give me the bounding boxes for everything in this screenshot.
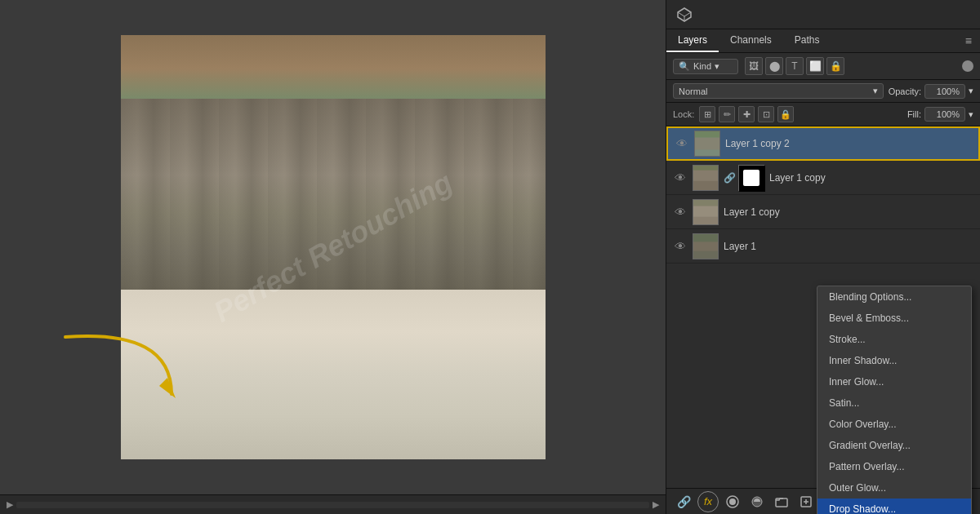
- svg-rect-9: [693, 170, 718, 180]
- layer-effects-button[interactable]: fx: [697, 491, 719, 512]
- tab-layers[interactable]: Layers: [666, 29, 719, 52]
- visibility-icon-layer1[interactable]: 👁: [673, 239, 688, 254]
- svg-line-3: [684, 12, 691, 16]
- menu-item-bevel-emboss[interactable]: Bevel & Emboss...: [817, 308, 971, 329]
- layer-thumbnail-layer1copy-plain: [693, 199, 719, 225]
- blend-chevron-icon: ▾: [873, 86, 878, 96]
- panel-menu-button[interactable]: ≡: [957, 29, 980, 52]
- kind-filter-dropdown[interactable]: 🔍 Kind ▾: [673, 59, 738, 74]
- layers-tabs: Layers Channels Paths ≡: [666, 29, 980, 53]
- arrow-svg: [41, 321, 188, 419]
- menu-item-stroke[interactable]: Stroke...: [817, 329, 971, 350]
- svg-point-20: [729, 498, 736, 505]
- chain-icon-layer1copy-masked: 🔗: [724, 172, 733, 184]
- context-menu: Blending Options... Bevel & Emboss... St…: [817, 286, 972, 514]
- canvas-area: Perfect Retouching ▶ ▶: [0, 0, 666, 514]
- lock-transparency-btn[interactable]: ⊞: [699, 106, 715, 122]
- layer-item-layer1copy-plain[interactable]: 👁 Layer 1 copy: [666, 195, 980, 229]
- right-panel: Layers Channels Paths ≡ 🔍 Kind ▾ 🖼 ⬤ T ⬜…: [666, 0, 980, 514]
- visibility-icon-layer1copy-plain[interactable]: 👁: [673, 205, 688, 219]
- stone-wall: [121, 99, 546, 290]
- svg-line-2: [678, 12, 684, 16]
- opacity-chevron-icon: ▾: [969, 86, 973, 96]
- filter-toggle[interactable]: [962, 60, 973, 72]
- filter-smart-icon[interactable]: 🔒: [826, 57, 844, 75]
- layer-name-layer1: Layer 1: [724, 241, 973, 252]
- new-group-button[interactable]: [771, 491, 792, 512]
- filter-row: 🔍 Kind ▾ 🖼 ⬤ T ⬜ 🔒: [666, 53, 980, 80]
- svg-rect-14: [693, 206, 718, 216]
- layer-item-layer1copy-masked[interactable]: 👁 🔗 Layer 1 copy: [666, 161, 980, 195]
- menu-item-satin[interactable]: Satin...: [817, 392, 971, 414]
- horizontal-scrollbar[interactable]: [16, 502, 649, 508]
- chevron-down-icon: ▾: [715, 61, 719, 72]
- menu-item-pattern-overlay[interactable]: Pattern Overlay...: [817, 456, 971, 477]
- svg-rect-12: [746, 172, 759, 185]
- svg-rect-7: [695, 131, 719, 138]
- layer-name-layer1copy-masked: Layer 1 copy: [769, 172, 973, 184]
- new-fill-layer-button[interactable]: [746, 491, 768, 512]
- layer-thumbnail-layer1copy-masked: [693, 165, 719, 191]
- menu-item-blending-options[interactable]: Blending Options...: [817, 286, 971, 308]
- filter-pixel-icon[interactable]: 🖼: [745, 57, 763, 75]
- panel-3d-icon[interactable]: [673, 3, 696, 26]
- fill-chevron-icon: ▾: [969, 109, 973, 120]
- svg-rect-10: [693, 166, 718, 171]
- blend-row: Normal ▾ Opacity: 100% ▾: [666, 80, 980, 103]
- visibility-icon-layer1copy2[interactable]: 👁: [675, 136, 689, 151]
- filter-text-icon[interactable]: T: [786, 57, 804, 75]
- filter-shape-icon[interactable]: ⬜: [806, 57, 824, 75]
- menu-item-outer-glow[interactable]: Outer Glow...: [817, 477, 971, 498]
- svg-rect-15: [693, 200, 718, 206]
- mask-thumbnail-layer1copy-masked: [738, 165, 764, 191]
- layer-item-layer1copy2[interactable]: 👁 Layer 1 copy 2: [666, 126, 980, 161]
- arrow-annotation: [41, 321, 188, 421]
- menu-item-gradient-overlay[interactable]: Gradient Overlay...: [817, 435, 971, 456]
- svg-rect-18: [693, 234, 718, 241]
- opacity-control: Opacity: 100% ▾: [889, 84, 973, 99]
- canvas-end: ▶: [653, 499, 659, 510]
- link-layers-button[interactable]: 🔗: [673, 491, 694, 512]
- lock-icons-group: ⊞ ✏ ✚ ⊡ 🔒: [699, 106, 794, 122]
- layer-thumbnail-layer1copy2: [694, 131, 720, 157]
- lock-move-btn[interactable]: ✚: [738, 106, 755, 122]
- menu-item-inner-shadow[interactable]: Inner Shadow...: [817, 350, 971, 371]
- menu-item-drop-shadow[interactable]: Drop Shadow...: [817, 498, 971, 514]
- lock-artboard-btn[interactable]: ⊡: [758, 106, 774, 122]
- svg-rect-17: [693, 241, 718, 250]
- layer-item-layer1[interactable]: 👁 Layer 1: [666, 229, 980, 264]
- visibility-icon-layer1copy-masked[interactable]: 👁: [673, 171, 688, 185]
- tab-channels[interactable]: Channels: [719, 29, 783, 52]
- panel-top: [666, 0, 980, 29]
- svg-rect-11: [739, 166, 765, 192]
- menu-item-inner-glow[interactable]: Inner Glow...: [817, 371, 971, 392]
- search-icon: 🔍: [679, 61, 690, 72]
- canvas-info: ▶: [7, 499, 13, 510]
- svg-marker-0: [159, 378, 176, 398]
- canvas-bottom-bar: ▶ ▶: [0, 494, 666, 514]
- lock-all-btn[interactable]: 🔒: [777, 106, 794, 122]
- fill-input[interactable]: 100%: [924, 107, 965, 122]
- lock-paint-btn[interactable]: ✏: [719, 106, 735, 122]
- new-layer-button[interactable]: [795, 491, 817, 512]
- layer-name-layer1copy2: Layer 1 copy 2: [725, 138, 972, 149]
- menu-item-color-overlay[interactable]: Color Overlay...: [817, 414, 971, 435]
- filter-icons-group: 🖼 ⬤ T ⬜ 🔒: [745, 57, 844, 75]
- add-mask-button[interactable]: [722, 491, 743, 512]
- lock-row: Lock: ⊞ ✏ ✚ ⊡ 🔒 Fill: 100% ▾: [666, 103, 980, 126]
- blend-mode-dropdown[interactable]: Normal ▾: [673, 83, 884, 99]
- layer-name-layer1copy-plain: Layer 1 copy: [724, 206, 973, 218]
- fill-control: Fill: 100% ▾: [907, 107, 973, 122]
- canvas-wrapper: Perfect Retouching: [0, 0, 666, 494]
- opacity-input[interactable]: 100%: [924, 84, 965, 99]
- filter-adjust-icon[interactable]: ⬤: [765, 57, 783, 75]
- layer-thumbnail-layer1: [693, 233, 719, 259]
- svg-rect-6: [695, 138, 719, 150]
- tab-paths[interactable]: Paths: [783, 29, 831, 52]
